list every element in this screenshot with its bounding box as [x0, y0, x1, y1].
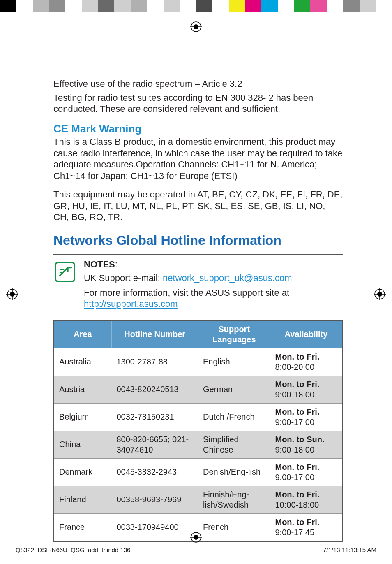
table-row: Australia1300-2787-88EnglishMon. to Fri.…	[54, 348, 342, 376]
footer-filename: Q8322_DSL-N66U_QSG_add_tr.indd 136	[16, 546, 130, 553]
ce-mark-p2: This equipment may be operated in AT, BE…	[53, 189, 343, 223]
cell-number: 0032-78150231	[111, 403, 198, 431]
cell-number: 0043-820240513	[111, 376, 198, 403]
cell-number: 0045-3832-2943	[111, 458, 198, 486]
cell-number: 0033-170949400	[111, 513, 198, 541]
hotline-heading: Networks Global Hotline Information	[53, 232, 343, 248]
table-row: China800-820-6655; 021-34074610Simplifie…	[54, 431, 342, 458]
registration-mark-icon	[190, 531, 202, 543]
intro-line-2: Testing for radio test suites according …	[53, 92, 343, 115]
uk-support-email: network_support_uk@asus.com	[163, 273, 292, 283]
ce-mark-p1: This is a Class B product, in a domestic…	[53, 136, 343, 181]
cell-availability: Mon. to Fri.8:00-20:00	[270, 348, 342, 376]
registration-mark-icon	[6, 288, 18, 300]
cell-languages: Simplified Chinese	[198, 431, 270, 458]
cell-area: Belgium	[54, 403, 111, 431]
svg-rect-16	[55, 262, 74, 281]
cell-area: Australia	[54, 348, 111, 376]
table-header-area: Area	[54, 320, 111, 348]
table-row: Austria0043-820240513GermanMon. to Fri.9…	[54, 376, 342, 403]
table-header-languages: Support Languages	[198, 320, 270, 348]
notes-label: NOTES:	[84, 259, 343, 270]
cell-availability: Mon. to Fri.9:00-17:00	[270, 458, 342, 486]
cell-area: China	[54, 431, 111, 458]
notes-uk-prefix: UK Support e-mail:	[84, 273, 163, 283]
cell-languages: Finnish/Eng-lish/Swedish	[198, 486, 270, 513]
cell-languages: Denish/Eng-lish	[198, 458, 270, 486]
table-row: Finland00358-9693-7969Finnish/Eng-lish/S…	[54, 486, 342, 513]
support-site-url[interactable]: http://support.asus.com	[84, 299, 178, 309]
intro-line-1: Effective use of the radio spectrum – Ar…	[53, 78, 343, 90]
table-row: Belgium0032-78150231Dutch /FrenchMon. to…	[54, 403, 342, 431]
cell-area: France	[54, 513, 111, 541]
table-header-availability: Availability	[270, 320, 342, 348]
notes-uk-email-line: UK Support e-mail: network_support_uk@as…	[84, 272, 343, 284]
cell-languages: Dutch /French	[198, 403, 270, 431]
table-row: Denmark0045-3832-2943Denish/Eng-lishMon.…	[54, 458, 342, 486]
registration-mark-icon	[190, 21, 202, 33]
cell-availability: Mon. to Fri.9:00-17:45	[270, 513, 342, 541]
print-color-bar	[0, 0, 392, 12]
table-header-number: Hotline Number	[111, 320, 198, 348]
registration-mark-icon	[374, 288, 386, 300]
cell-area: Austria	[54, 376, 111, 403]
note-icon	[53, 260, 76, 283]
cell-number: 00358-9693-7969	[111, 486, 198, 513]
ce-mark-heading: CE Mark Warning	[53, 122, 343, 136]
cell-availability: Mon. to Sun.9:00-18:00	[270, 431, 342, 458]
cell-languages: French	[198, 513, 270, 541]
print-footer: Q8322_DSL-N66U_QSG_add_tr.indd 136 7/1/1…	[16, 546, 376, 553]
cell-languages: English	[198, 348, 270, 376]
notes-box: NOTES: UK Support e-mail: network_suppor…	[53, 254, 343, 314]
notes-info-prefix: For more information, visit the ASUS sup…	[84, 288, 289, 298]
cell-availability: Mon. to Fri.9:00-18:00	[270, 376, 342, 403]
cell-area: Finland	[54, 486, 111, 513]
footer-timestamp: 7/1/13 11:13:15 AM	[323, 546, 376, 553]
cell-number: 1300-2787-88	[111, 348, 198, 376]
cell-languages: German	[198, 376, 270, 403]
page-content: Effective use of the radio spectrum – Ar…	[0, 12, 392, 542]
cell-availability: Mon. to Fri.9:00-17:00	[270, 403, 342, 431]
cell-availability: Mon. to Fri.10:00-18:00	[270, 486, 342, 513]
notes-info-line: For more information, visit the ASUS sup…	[84, 287, 343, 310]
cell-number: 800-820-6655; 021-34074610	[111, 431, 198, 458]
cell-area: Denmark	[54, 458, 111, 486]
hotline-table: Area Hotline Number Support Languages Av…	[53, 320, 343, 542]
